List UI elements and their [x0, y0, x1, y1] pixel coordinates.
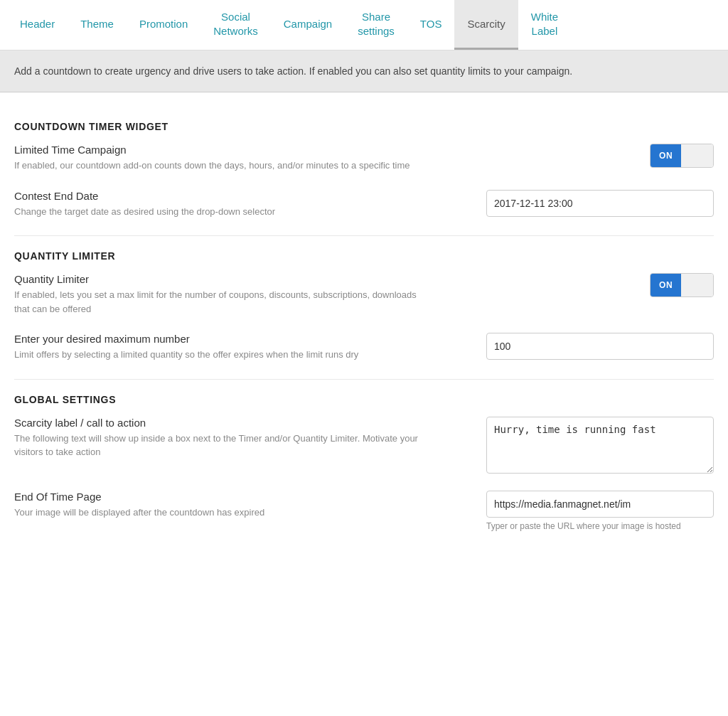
- scarcity-cta-desc: The following text will show up inside a…: [14, 432, 427, 459]
- max-number-label-group: Enter your desired maximum number Limit …: [14, 333, 427, 362]
- tab-tos[interactable]: TOS: [407, 0, 455, 50]
- divider-1: [14, 235, 714, 236]
- end-of-time-label: End Of Time Page: [14, 491, 427, 503]
- scarcity-cta-label: Scarcity label / call to action: [14, 417, 427, 429]
- quantity-toggle-on-label: ON: [651, 274, 681, 296]
- setting-end-of-time: End Of Time Page Your image will be disp…: [14, 491, 714, 533]
- setting-scarcity-label: Scarcity label / call to action The foll…: [14, 417, 714, 474]
- divider-2: [14, 379, 714, 380]
- max-number-control: [486, 333, 714, 360]
- limited-time-label: Limited Time Campaign: [14, 144, 427, 156]
- contest-end-label-group: Contest End Date Change the target date …: [14, 190, 427, 219]
- quantity-limiter-desc: If enabled, lets you set a max limit for…: [14, 288, 427, 316]
- tab-header[interactable]: Header: [7, 0, 68, 50]
- end-of-time-label-group: End Of Time Page Your image will be disp…: [14, 491, 427, 520]
- quantity-limiter-control: ON: [650, 273, 714, 297]
- description-text: Add a countdown to create urgency and dr…: [14, 65, 572, 77]
- scarcity-label-group: Scarcity label / call to action The foll…: [14, 417, 427, 459]
- limited-time-desc: If enabled, our countdown add-on counts …: [14, 159, 427, 173]
- page-container: Header Theme Promotion Social Networks C…: [0, 0, 728, 716]
- quantity-toggle-off-area: [681, 274, 713, 296]
- limited-time-label-group: Limited Time Campaign If enabled, our co…: [14, 144, 427, 173]
- quantity-limiter-label-group: Quantity Limiter If enabled, lets you se…: [14, 273, 427, 316]
- setting-limited-time-campaign: Limited Time Campaign If enabled, our co…: [14, 144, 714, 173]
- limited-time-toggle[interactable]: ON: [650, 144, 714, 168]
- quantity-limiter-label: Quantity Limiter: [14, 273, 427, 285]
- max-number-label: Enter your desired maximum number: [14, 333, 427, 345]
- quantity-limiter-toggle[interactable]: ON: [650, 273, 714, 297]
- toggle-on-label: ON: [651, 144, 681, 167]
- tab-white-label[interactable]: White Label: [518, 0, 571, 50]
- end-of-time-url-input[interactable]: [486, 491, 714, 518]
- setting-quantity-limiter: Quantity Limiter If enabled, lets you se…: [14, 273, 714, 316]
- tab-campaign[interactable]: Campaign: [271, 0, 345, 50]
- setting-contest-end-date: Contest End Date Change the target date …: [14, 190, 714, 219]
- tab-social-networks[interactable]: Social Networks: [200, 0, 271, 50]
- max-number-desc: Limit offers by selecting a limited quan…: [14, 348, 427, 362]
- contest-end-control: [486, 190, 714, 217]
- limited-time-control: ON: [650, 144, 714, 168]
- description-bar: Add a countdown to create urgency and dr…: [0, 50, 728, 92]
- section-header-quantity: QUANTITY LIMITER: [14, 250, 714, 262]
- contest-end-label: Contest End Date: [14, 190, 427, 202]
- setting-max-number: Enter your desired maximum number Limit …: [14, 333, 714, 362]
- section-header-countdown: COUNTDOWN TIMER WIDGET: [14, 121, 714, 132]
- contest-end-desc: Change the target date as desired using …: [14, 205, 427, 219]
- tab-share-settings[interactable]: Share settings: [345, 0, 407, 50]
- main-content: COUNTDOWN TIMER WIDGET Limited Time Camp…: [0, 92, 728, 563]
- end-of-time-helper: Typer or paste the URL where your image …: [486, 520, 681, 533]
- tab-promotion[interactable]: Promotion: [127, 0, 200, 50]
- section-header-global: GLOBAL SETTINGS: [14, 394, 714, 405]
- scarcity-cta-control: [486, 417, 714, 474]
- tab-theme[interactable]: Theme: [68, 0, 127, 50]
- end-of-time-control: Typer or paste the URL where your image …: [486, 491, 714, 533]
- tab-scarcity[interactable]: Scarcity: [454, 0, 518, 50]
- contest-end-date-input[interactable]: [486, 190, 714, 217]
- toggle-off-area: [681, 144, 713, 167]
- end-of-time-desc: Your image will be displayed after the c…: [14, 506, 427, 520]
- max-number-input[interactable]: [486, 333, 714, 360]
- nav-tabs: Header Theme Promotion Social Networks C…: [0, 0, 728, 50]
- scarcity-cta-textarea[interactable]: [486, 417, 714, 474]
